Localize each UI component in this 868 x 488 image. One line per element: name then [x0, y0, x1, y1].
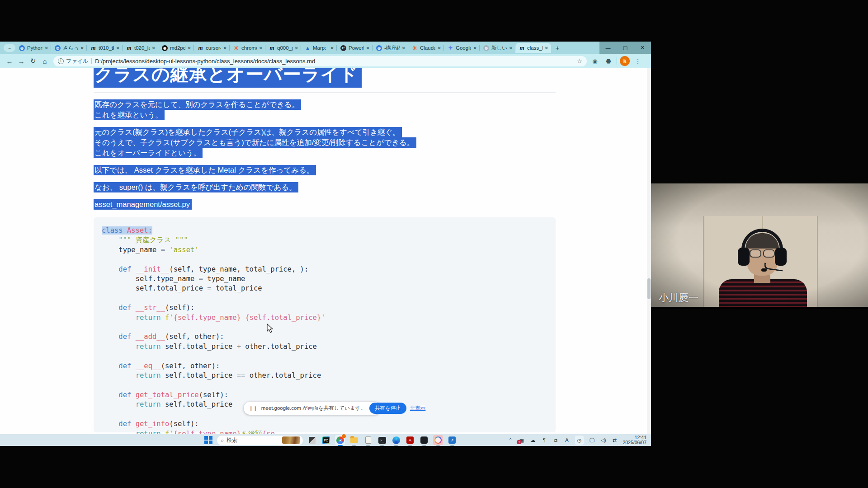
tab-label: さらっと学 [63, 45, 78, 52]
tab-close-icon[interactable]: ✕ [545, 46, 548, 51]
back-button[interactable]: ← [4, 55, 15, 67]
profile-avatar[interactable]: k [620, 56, 630, 66]
tab-label: t010_tk [99, 45, 114, 51]
explorer-icon [350, 437, 358, 443]
tab-label: q000_p [277, 45, 292, 51]
minimize-button[interactable]: — [599, 42, 617, 54]
tab-close-icon[interactable]: ✕ [366, 46, 370, 51]
tab-close-icon[interactable]: ✕ [438, 46, 441, 51]
forward-button[interactable]: → [15, 55, 27, 67]
close-button[interactable]: ✕ [634, 42, 651, 54]
start-button[interactable] [204, 436, 213, 445]
url-scheme-chip[interactable]: i ファイル [58, 57, 88, 65]
taskbar-apps: ⌕ 検索 PC>_A↗ [204, 435, 457, 445]
speaker-icon[interactable]: ◁) [600, 436, 606, 445]
browser-tab-Python[interactable]: ◎ Python ✕ [15, 43, 51, 53]
taskbar-clock[interactable]: 12:41 2025/06/07 [623, 435, 646, 446]
browser-tab-t010_tk[interactable]: m t010_tk ✕ [87, 43, 123, 53]
screen-clip-icon[interactable]: ⧉ [552, 436, 559, 445]
pause-icon[interactable]: ❙❙ [249, 406, 258, 411]
taskbar-app-copilot[interactable] [433, 435, 443, 445]
browser-tab-Claude[interactable]: ✳ Claude ✕ [408, 43, 444, 53]
browser-tab-さらっと学[interactable]: ◎ さらっと学 ✕ [51, 43, 87, 53]
heading-rule [94, 92, 556, 93]
chevron-down-icon: ⌄ [7, 45, 11, 51]
browser-tab-q000_p[interactable]: m q000_p ✕ [265, 43, 301, 53]
url-text[interactable]: D:/projects/lessons/desktop-ui-lessons-p… [95, 58, 574, 65]
tab-close-icon[interactable]: ✕ [45, 46, 48, 51]
browser-menu-icon[interactable]: ⋮ [632, 56, 643, 66]
tab-close-icon[interactable]: ✕ [509, 46, 513, 51]
copilot-icon [434, 436, 442, 444]
tab-close-icon[interactable]: ✕ [80, 46, 84, 51]
tab-close-icon[interactable]: ✕ [473, 46, 477, 51]
taskbar-app-explorer[interactable] [349, 435, 359, 445]
onedrive-paused-icon[interactable]: ☁ [530, 436, 536, 445]
browser-tab-新しいタ[interactable]: ◍ 新しいタ ✕ [480, 43, 515, 53]
browser-tab-md2pd[interactable]: ◉ md2pd ✕ [158, 43, 194, 53]
tab-close-icon[interactable]: ✕ [402, 46, 406, 51]
address-bar[interactable]: i ファイル D:/projects/lessons/desktop-ui-le… [53, 56, 587, 66]
home-button[interactable]: ⌂ [39, 55, 51, 67]
m-favicon-icon: m [126, 45, 132, 51]
notifications-icon[interactable]: ▦1 [519, 436, 525, 445]
m-favicon-icon: m [519, 45, 525, 51]
selected-text-line: 元のクラス(親クラス)を継承したクラス(子クラス)は、親クラスの属性をすべて引き… [94, 127, 402, 137]
code-line: type_name = 'asset' [102, 245, 547, 255]
tab-search-button[interactable]: ⌄ [4, 44, 15, 52]
page-content: クラスの継承とオーバーライド 既存のクラスを元にして、別のクラスを作ることができ… [0, 68, 651, 434]
code-line: return self.total_price + other.total_pr… [102, 342, 547, 352]
bookmark-star-icon[interactable]: ☆ [577, 58, 582, 65]
taskbar-app-edge[interactable] [391, 435, 401, 445]
page-scrollbar[interactable] [647, 68, 651, 434]
browser-tab-Marp: N[interactable]: ▲ Marp: N ✕ [301, 43, 337, 53]
tab-close-icon[interactable]: ✕ [116, 46, 120, 51]
camera-icon[interactable]: ◉ [590, 56, 600, 66]
language-sync-icon[interactable]: ⇄ [611, 436, 618, 445]
chevron-up-icon[interactable]: ⌃ [507, 436, 514, 445]
edge-icon [392, 436, 400, 444]
browser-tab--講座経[interactable]: ◎ -講座経 ✕ [373, 43, 408, 53]
tab-label: cursor- [206, 45, 221, 51]
taskbar-app-notepad[interactable] [363, 435, 373, 445]
taskbar-app-github-desktop[interactable] [419, 435, 429, 445]
browser-tab-PowerP[interactable]: P PowerP ✕ [337, 43, 373, 53]
tab-close-icon[interactable]: ✕ [259, 46, 263, 51]
new-tab-button[interactable]: + [553, 43, 562, 52]
window-controls: — ▢ ✕ [599, 42, 651, 54]
display-pen-icon[interactable]: 🖵 [589, 436, 595, 445]
taskbar-search[interactable]: ⌕ 検索 [217, 436, 303, 445]
browser-tab-Google[interactable]: ✦ Google ✕ [444, 43, 480, 53]
maximize-button[interactable]: ▢ [617, 42, 634, 54]
taskbar-app-pycharm[interactable]: PC [321, 435, 331, 445]
tab-close-icon[interactable]: ✕ [223, 46, 227, 51]
taskbar-app-chrome[interactable] [335, 435, 345, 445]
taskbar-app-terminal[interactable]: >_ [377, 435, 387, 445]
ime-mode-icon[interactable]: A [564, 436, 570, 445]
tab-close-icon[interactable]: ✕ [188, 46, 191, 51]
reload-button[interactable]: ↻ [27, 55, 39, 67]
tab-close-icon[interactable]: ✕ [295, 46, 298, 51]
code-block[interactable]: class Asset: """ 資産クラス """ type_name = '… [94, 217, 556, 432]
browser-tab-class_le[interactable]: m class_le ✕ [515, 43, 551, 53]
code-line [102, 294, 547, 303]
taskbar-app-remote-desktop[interactable]: ↗ [447, 435, 457, 445]
pinned-apps: PC>_A↗ [307, 435, 457, 445]
microphone-icon[interactable]: ¶ [541, 436, 547, 445]
taskbar-app-acrobat[interactable]: A [405, 435, 415, 445]
stop-sharing-button[interactable]: 共有を停止 [369, 403, 406, 414]
browser-tab-cursor-[interactable]: m cursor- ✕ [194, 43, 230, 53]
github-desktop-icon [420, 436, 428, 444]
tab-close-icon[interactable]: ✕ [330, 46, 334, 51]
browser-tab-t020_la[interactable]: m t020_la ✕ [123, 43, 158, 53]
scrollbar-thumb[interactable] [647, 278, 651, 299]
blue-app-favicon-icon: ◎ [19, 45, 25, 51]
extensions-puzzle-icon[interactable]: ⬣ [603, 56, 614, 66]
screen: ⌄ ◎ Python ✕ ◎ さらっと学 ✕ m t010_tk ✕ m t02… [0, 0, 868, 488]
recorder-icon[interactable]: ◷ [575, 436, 584, 445]
browser-tab-chrome[interactable]: ✳ chrome ✕ [230, 43, 265, 53]
tab-close-icon[interactable]: ✕ [152, 46, 156, 51]
starburst-favicon-icon: ✳ [412, 45, 418, 51]
taskbar-app-task-view[interactable] [307, 435, 317, 445]
hide-banner-link[interactable]: 非表示 [410, 405, 426, 412]
